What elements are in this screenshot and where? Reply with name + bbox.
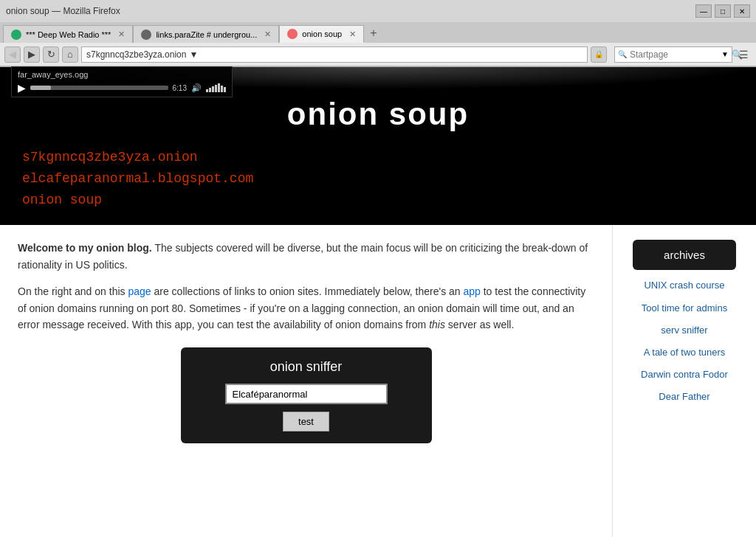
site-link-1[interactable]: s7kgnncq3zbe3yza.onion <box>22 147 253 168</box>
sidebar-item-dear-father: Dear Father <box>613 390 756 403</box>
play-button[interactable]: ▶ <box>18 82 26 94</box>
sniffer-title: onion sniffer <box>193 359 420 375</box>
vol-bar-4 <box>215 85 217 92</box>
site-link-3: onion soup <box>22 190 253 211</box>
site-title: onion soup <box>287 97 469 132</box>
vol-bar-6 <box>221 86 223 92</box>
tab-icon-parazite <box>141 30 151 40</box>
minimize-button[interactable]: — <box>695 4 712 18</box>
sidebar-links: UNIX crash course Tool time for admins s… <box>613 279 756 403</box>
progress-bar[interactable] <box>30 86 168 90</box>
browser-title: onion soup — Mozilla Firefox <box>6 6 120 16</box>
url-bar[interactable]: s7kgnncq3zbe3yza.onion ▼ <box>81 46 588 63</box>
volume-icon[interactable]: 🔊 <box>191 83 202 93</box>
time-display: 6:13 <box>173 84 187 92</box>
window-controls: — □ ✕ <box>695 4 750 18</box>
archives-button[interactable]: archives <box>633 240 736 270</box>
sidebar-item-two-tuners: A tale of two tuners <box>613 346 756 359</box>
media-controls: ▶ 6:13 🔊 <box>18 82 226 94</box>
tab-parazite[interactable]: links.paraZite # undergrou... ✕ <box>133 25 279 43</box>
sidebar: archives UNIX crash course Tool time for… <box>612 225 756 537</box>
para2-this: this <box>429 319 445 330</box>
vol-bar-1 <box>206 89 208 92</box>
tab-close-radio[interactable]: ✕ <box>118 30 125 39</box>
tab-icon-radio <box>11 30 21 40</box>
main-content: Welcome to my onion blog. The subjects c… <box>0 225 756 537</box>
search-engine-icon: 🔍 <box>618 50 627 58</box>
media-player: far_away_eyes.ogg ▶ 6:13 🔊 <box>11 66 233 97</box>
search-bar-area: 🔍 ▼ 🔍 <box>614 46 732 63</box>
refresh-button[interactable]: ↻ <box>43 46 59 63</box>
sidebar-link-serv-sniffer[interactable]: serv sniffer <box>661 325 707 336</box>
url-dropdown-arrow[interactable]: ▼ <box>189 49 198 60</box>
back-button[interactable]: ◀ <box>4 46 21 63</box>
sidebar-item-darwin: Darwin contra Fodor <box>613 368 756 381</box>
vol-bar-3 <box>212 86 214 92</box>
tab-label-radio: *** Deep Web Radio *** <box>26 30 111 39</box>
tab-bar: *** Deep Web Radio *** ✕ links.paraZite … <box>0 22 756 43</box>
progress-fill <box>30 86 51 90</box>
sidebar-link-two-tuners[interactable]: A tale of two tuners <box>644 347 726 358</box>
sidebar-link-darwin[interactable]: Darwin contra Fodor <box>641 368 728 381</box>
sniffer-test-button[interactable]: test <box>283 412 329 432</box>
content-area: Welcome to my onion blog. The subjects c… <box>0 225 612 537</box>
para2-start: On the right and on this <box>18 285 128 297</box>
site-links: s7kgnncq3zbe3yza.onion elcafeparanormal.… <box>22 147 253 210</box>
search-input[interactable] <box>630 49 718 60</box>
nav-bar: ◀ ▶ ↻ ⌂ s7kgnncq3zbe3yza.onion ▼ 🔒 🔍 ▼ 🔍… <box>0 43 756 66</box>
vol-bar-2 <box>209 88 211 92</box>
tab-label-onion: onion soup <box>302 30 342 38</box>
media-filename: far_away_eyes.ogg <box>18 70 226 79</box>
sidebar-link-tool-time[interactable]: Tool time for admins <box>642 302 727 315</box>
home-button[interactable]: ⌂ <box>62 46 78 63</box>
ssl-indicator: 🔒 <box>591 46 607 63</box>
tab-label-parazite: links.paraZite # undergrou... <box>156 30 257 39</box>
vol-bar-5 <box>218 83 220 92</box>
page-wrapper: onion soup s7kgnncq3zbe3yza.onion elcafe… <box>0 67 756 537</box>
url-text: s7kgnncq3zbe3yza.onion <box>86 49 186 60</box>
welcome-paragraph: Welcome to my onion blog. The subjects c… <box>18 240 594 273</box>
volume-bars <box>206 83 226 92</box>
para2-final: server as well. <box>445 319 514 330</box>
app-link[interactable]: app <box>463 285 480 297</box>
sidebar-link-unix[interactable]: UNIX crash course <box>644 280 724 291</box>
tab-deep-web-radio[interactable]: *** Deep Web Radio *** ✕ <box>3 25 133 43</box>
search-dropdown-arrow[interactable]: ▼ <box>721 50 729 58</box>
tab-icon-onion <box>287 29 298 39</box>
site-link-2[interactable]: elcafeparanormal.blogspot.com <box>22 168 253 190</box>
sidebar-item-serv-sniffer: serv sniffer <box>613 324 756 337</box>
vol-bar-7 <box>224 87 226 92</box>
welcome-bold: Welcome to my onion blog. <box>18 242 152 254</box>
tab-close-onion[interactable]: ✕ <box>349 30 356 39</box>
tab-close-parazite[interactable]: ✕ <box>264 30 271 39</box>
search-box[interactable]: 🔍 ▼ 🔍 <box>614 46 732 63</box>
para2-mid: are collections of links to onion sites.… <box>151 285 464 297</box>
page-link[interactable]: page <box>128 285 151 297</box>
forward-button[interactable]: ▶ <box>24 46 40 63</box>
browser-menu-button[interactable]: ☰ <box>735 46 752 63</box>
sniffer-input[interactable] <box>225 384 388 404</box>
onion-sniffer-widget: onion sniffer test <box>181 347 432 443</box>
maximize-button[interactable]: □ <box>715 4 731 18</box>
sidebar-item-unix: UNIX crash course <box>613 279 756 292</box>
browser-chrome: onion soup — Mozilla Firefox — □ ✕ *** D… <box>0 0 756 67</box>
title-bar: onion soup — Mozilla Firefox — □ ✕ <box>0 0 756 22</box>
info-paragraph: On the right and on this page are collec… <box>18 283 594 333</box>
close-button[interactable]: ✕ <box>734 4 750 18</box>
sidebar-item-tool-time: Tool time for admins <box>613 302 756 315</box>
sidebar-link-dear-father[interactable]: Dear Father <box>659 391 709 402</box>
new-tab-button[interactable]: + <box>364 24 382 43</box>
tab-onion-soup[interactable]: onion soup ✕ <box>279 25 364 43</box>
